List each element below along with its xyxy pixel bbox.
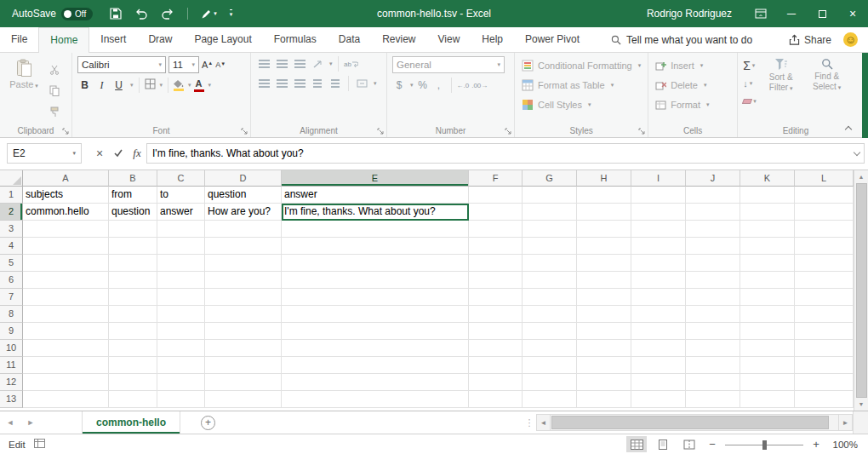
cell-C10[interactable] [157, 340, 205, 357]
font-size-select[interactable]: 11▾ [168, 56, 199, 73]
select-all-button[interactable] [0, 170, 23, 187]
cell-J1[interactable] [686, 187, 740, 204]
format-as-table-button[interactable]: Format as Table▾ [520, 76, 642, 95]
customize-qat-button[interactable]: ▾ [230, 9, 233, 18]
cell-I10[interactable] [631, 340, 686, 357]
cell-I5[interactable] [631, 255, 686, 272]
cell-E9[interactable] [282, 323, 469, 340]
align-top-button[interactable] [256, 56, 271, 72]
row-header-5[interactable]: 5 [0, 255, 23, 272]
zoom-in-button[interactable]: + [809, 438, 823, 451]
column-header-E[interactable]: E [282, 170, 469, 187]
insert-function-button[interactable]: fx [128, 143, 146, 164]
cell-L6[interactable] [795, 272, 854, 289]
cell-K11[interactable] [740, 357, 795, 374]
cell-J12[interactable] [686, 374, 740, 391]
cell-G10[interactable] [523, 340, 577, 357]
cell-D11[interactable] [205, 357, 282, 374]
cell-D8[interactable] [205, 306, 282, 323]
cell-L13[interactable] [795, 391, 854, 408]
align-middle-button[interactable] [274, 56, 289, 72]
percent-style-button[interactable]: % [416, 79, 430, 91]
cell-I1[interactable] [631, 187, 686, 204]
cell-H12[interactable] [577, 374, 631, 391]
bold-button[interactable]: B [77, 78, 92, 93]
autosave-toggle[interactable]: AutoSave Off [0, 8, 100, 20]
sort-filter-button[interactable]: Sort & Filter▾ [760, 56, 802, 108]
column-header-L[interactable]: L [795, 170, 854, 187]
page-break-view-button[interactable] [679, 436, 700, 452]
cell-I12[interactable] [631, 374, 686, 391]
cell-D12[interactable] [205, 374, 282, 391]
cell-G12[interactable] [523, 374, 577, 391]
cell-C7[interactable] [157, 289, 205, 306]
autosave-switch[interactable]: Off [61, 8, 93, 20]
row-header-2[interactable]: 2 [0, 204, 23, 221]
cell-E3[interactable] [282, 221, 469, 238]
tab-file[interactable]: File [0, 27, 38, 52]
font-family-select[interactable]: Calibri▾ [77, 56, 166, 73]
horizontal-scrollbar-track[interactable] [551, 414, 838, 431]
cell-K13[interactable] [740, 391, 795, 408]
column-header-J[interactable]: J [686, 170, 740, 187]
accounting-format-button[interactable]: $ [392, 79, 406, 91]
format-cells-button[interactable]: Format▾ [654, 95, 732, 114]
cell-C9[interactable] [157, 323, 205, 340]
new-sheet-button[interactable]: + [201, 416, 215, 430]
save-button[interactable] [110, 8, 122, 20]
cell-F4[interactable] [469, 238, 523, 255]
cell-B1[interactable]: from [109, 187, 157, 204]
cell-D5[interactable] [205, 255, 282, 272]
conditional-formatting-button[interactable]: Conditional Formatting▾ [520, 56, 642, 75]
cell-B8[interactable] [109, 306, 157, 323]
cell-E7[interactable] [282, 289, 469, 306]
maximize-button[interactable] [807, 0, 837, 27]
user-name[interactable]: Rodrigo Rodriguez [633, 8, 745, 20]
cell-E13[interactable] [282, 391, 469, 408]
cell-G2[interactable] [523, 204, 577, 221]
cell-H11[interactable] [577, 357, 631, 374]
cell-I2[interactable] [631, 204, 686, 221]
cell-A9[interactable] [23, 323, 109, 340]
cell-G1[interactable] [523, 187, 577, 204]
cell-I9[interactable] [631, 323, 686, 340]
increase-font-size-button[interactable]: A▲ [202, 60, 213, 70]
cell-A4[interactable] [23, 238, 109, 255]
cell-K8[interactable] [740, 306, 795, 323]
cell-H1[interactable] [577, 187, 631, 204]
tell-me-search[interactable]: Tell me what you want to do [611, 27, 752, 52]
cell-D6[interactable] [205, 272, 282, 289]
column-header-K[interactable]: K [740, 170, 795, 187]
tab-page-layout[interactable]: Page Layout [183, 27, 262, 52]
tab-scrollbar-splitter[interactable]: ⋮ [523, 411, 536, 434]
cell-E10[interactable] [282, 340, 469, 357]
cell-B7[interactable] [109, 289, 157, 306]
cell-L10[interactable] [795, 340, 854, 357]
cell-B3[interactable] [109, 221, 157, 238]
cell-H5[interactable] [577, 255, 631, 272]
cell-A7[interactable] [23, 289, 109, 306]
cell-F13[interactable] [469, 391, 523, 408]
cell-A6[interactable] [23, 272, 109, 289]
cell-A2[interactable]: common.hello [23, 204, 109, 221]
cell-L11[interactable] [795, 357, 854, 374]
cell-G11[interactable] [523, 357, 577, 374]
cell-F9[interactable] [469, 323, 523, 340]
merge-center-button[interactable] [354, 76, 369, 91]
cell-C13[interactable] [157, 391, 205, 408]
align-left-button[interactable] [256, 76, 271, 91]
ribbon-display-options-button[interactable] [745, 0, 776, 27]
column-header-F[interactable]: F [469, 170, 523, 187]
row-header-11[interactable]: 11 [0, 357, 23, 374]
cancel-button[interactable]: × [90, 143, 109, 164]
cell-B12[interactable] [109, 374, 157, 391]
clear-button[interactable]: ▾ [743, 94, 757, 108]
borders-button[interactable] [145, 78, 156, 93]
tab-draw[interactable]: Draw [137, 27, 183, 52]
tab-review[interactable]: Review [371, 27, 426, 52]
align-center-button[interactable] [274, 76, 289, 91]
cell-G5[interactable] [523, 255, 577, 272]
cell-A12[interactable] [23, 374, 109, 391]
cell-L12[interactable] [795, 374, 854, 391]
collapse-ribbon-button[interactable] [842, 123, 854, 133]
